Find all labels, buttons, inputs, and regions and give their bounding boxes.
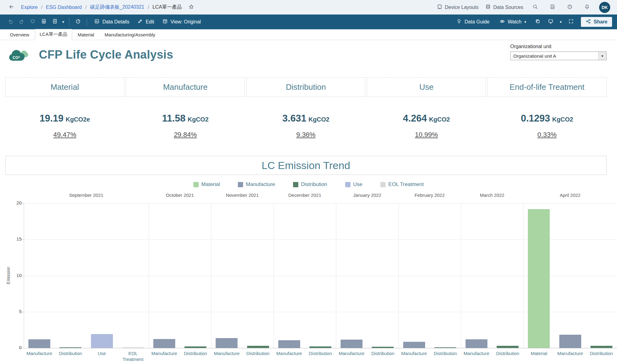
bar-distribution[interactable]: [247, 346, 269, 348]
user-avatar[interactable]: DK: [599, 2, 610, 13]
fullscreen-button[interactable]: [565, 17, 577, 27]
bar-manufacture[interactable]: [559, 335, 581, 348]
redo-button[interactable]: [16, 17, 27, 27]
share-button[interactable]: Share: [581, 17, 612, 27]
feedback-button[interactable]: [547, 2, 558, 13]
data-sources-label: Data Sources: [493, 5, 523, 10]
legend-swatch: [345, 182, 350, 187]
kpi-percent-link[interactable]: 10.99%: [415, 131, 438, 139]
bar-manufacture[interactable]: [216, 338, 238, 348]
topbar: Explore/ESG Dashboard/碳足跡儀表板_20240321/LC…: [0, 0, 617, 14]
org-unit-dropdown[interactable]: Organizational unit A ▾: [510, 52, 607, 60]
pause-updates-button[interactable]: [49, 17, 60, 27]
device-preview-caret[interactable]: ▾: [558, 17, 564, 27]
undo-button[interactable]: [5, 17, 16, 27]
breadcrumb-item[interactable]: 碳足跡儀表板_20240321: [90, 4, 144, 10]
breadcrumb-item: LCA單一產品: [152, 4, 182, 10]
updates-dropdown-caret[interactable]: ▾: [60, 17, 66, 27]
device-layouts-button[interactable]: Device Layouts: [437, 4, 478, 11]
data-guide-button[interactable]: Data Guide: [452, 17, 494, 27]
panel-separator: [461, 203, 461, 348]
metrics-button[interactable]: [532, 17, 543, 27]
bar-distribution[interactable]: [590, 346, 612, 348]
breadcrumb-item[interactable]: ESG Dashboard: [46, 5, 82, 10]
kpi-column: Material19.19KgCO2e49.47%: [5, 77, 124, 139]
month-label: September 2021: [24, 192, 149, 198]
legend-item-distribution[interactable]: Distribution: [293, 181, 327, 188]
x-category-label: Manufacture: [337, 350, 366, 356]
org-unit-value: Organizational unit A: [511, 53, 598, 59]
kpi-percent-link[interactable]: 49.47%: [53, 131, 77, 139]
revert-button[interactable]: [27, 17, 38, 27]
toolbar-separator: [87, 18, 87, 26]
view-original-label: View: Original: [171, 19, 201, 25]
topbar-right: Device Layouts Data Sources ? DK: [437, 2, 610, 13]
bar-distribution[interactable]: [434, 347, 456, 348]
bar-manufacture[interactable]: [341, 340, 362, 348]
legend-item-material[interactable]: Material: [193, 181, 220, 188]
edit-button[interactable]: Edit: [133, 17, 158, 27]
dropdown-caret-icon: ▾: [598, 52, 606, 60]
bar-material[interactable]: [528, 209, 550, 348]
database-icon: [485, 4, 491, 11]
device-preview-button[interactable]: [545, 17, 556, 27]
bar-use[interactable]: [91, 334, 113, 348]
kpi-row: Material19.19KgCO2e49.47%Manufacture11.5…: [5, 77, 607, 139]
bar-manufacture[interactable]: [403, 342, 425, 348]
x-category-label: Distribution: [431, 350, 459, 356]
x-category-label: Manufacture: [400, 350, 428, 356]
kpi-title-box: Manufacture: [126, 77, 245, 97]
watch-button[interactable]: Watch ▾: [495, 17, 530, 27]
pencil-icon: [137, 19, 143, 25]
kpi-value-number: 0.1293: [521, 113, 550, 124]
legend-swatch: [293, 182, 298, 187]
y-tick-label: 20: [8, 200, 22, 205]
x-category-label: Distribution: [56, 350, 85, 356]
kpi-column: Distribution3.631KgCO29.36%: [246, 77, 366, 139]
bar-distribution[interactable]: [184, 346, 206, 348]
kpi-percent-link[interactable]: 29.84%: [174, 131, 197, 139]
x-category-label: Distribution: [306, 350, 335, 356]
help-button[interactable]: ?: [565, 2, 575, 13]
bar-distribution[interactable]: [497, 346, 519, 348]
tab-material[interactable]: Material: [73, 30, 99, 40]
bar-manufacture[interactable]: [466, 339, 487, 348]
kpi-percent-link[interactable]: 0.33%: [537, 131, 557, 139]
favorite-star-button[interactable]: [186, 2, 197, 13]
kpi-value-unit: KgCO2: [188, 116, 209, 123]
kpi-value-unit: KgCO2e: [66, 116, 90, 123]
legend-item-use[interactable]: Use: [345, 181, 362, 188]
data-details-icon: [94, 19, 100, 25]
legend-swatch: [193, 182, 199, 187]
breadcrumb-item[interactable]: Explore: [21, 5, 38, 10]
legend-swatch: [380, 182, 386, 187]
bar-manufacture[interactable]: [153, 339, 175, 348]
data-details-button[interactable]: Data Details: [90, 17, 133, 27]
bar-distribution[interactable]: [60, 347, 81, 348]
kpi-column: Use4.264KgCO210.99%: [367, 77, 486, 139]
search-button[interactable]: [530, 2, 540, 13]
panel-separator: [523, 203, 524, 348]
tab-lca-[interactable]: LCA單一產品: [35, 29, 72, 40]
kpi-value-number: 11.58: [162, 113, 185, 124]
data-sources-button[interactable]: Data Sources: [485, 4, 523, 11]
view-accelerator-button[interactable]: [72, 17, 84, 27]
bar-distribution[interactable]: [372, 347, 394, 348]
tab-manufacturing-assembly[interactable]: Manufacturing/Assembly: [100, 30, 160, 40]
refresh-data-button[interactable]: [38, 17, 49, 27]
kpi-percent-link[interactable]: 9.36%: [296, 131, 315, 139]
legend-item-eol-treatment[interactable]: EOL Treatment: [380, 181, 424, 188]
back-button[interactable]: [6, 2, 17, 13]
x-category-label: Manufacture: [150, 350, 178, 356]
view-original-button[interactable]: View: Original: [158, 17, 205, 27]
tab-overview[interactable]: Overview: [5, 30, 34, 40]
bar-manufacture[interactable]: [28, 339, 50, 348]
view-grid-icon: [162, 19, 168, 25]
x-category-label: Material: [525, 350, 553, 356]
bar-distribution[interactable]: [309, 346, 331, 348]
bar-eol-treatment[interactable]: [122, 347, 144, 348]
y-tick-mark: [22, 348, 24, 348]
legend-item-manufacture[interactable]: Manufacture: [238, 181, 275, 188]
bar-manufacture[interactable]: [278, 340, 300, 348]
notifications-button[interactable]: [582, 2, 592, 13]
